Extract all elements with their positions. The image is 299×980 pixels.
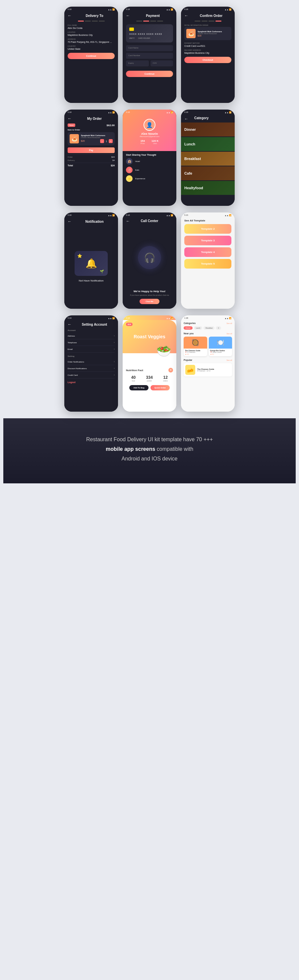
popular-info-1: The Cheeses Guide 87 Restraint · ★ 4.3	[197, 368, 230, 372]
cat-item-dinner[interactable]: Dinner	[181, 123, 235, 137]
pay-button[interactable]: Pay	[68, 147, 115, 153]
account-section-title: Account	[68, 329, 115, 331]
bottom-text: Restaurant Food Delivery UI kit template…	[83, 435, 216, 463]
nutrition-stats: 40 kcal 334 protein 12 orders	[126, 375, 173, 382]
tab-lunch[interactable]: Lunch	[194, 326, 202, 330]
back-arrow-2[interactable]: ←	[126, 13, 130, 18]
nearby-rating-1: ★ 4.1	[185, 353, 206, 355]
stat-likes-label: Likes	[152, 142, 158, 145]
template-2-button[interactable]: Template 2	[184, 224, 231, 234]
cat-item-lunch[interactable]: Lunch	[181, 137, 235, 151]
tab-breakfast[interactable]: Breakfast	[204, 326, 215, 330]
back-arrow-1[interactable]: ←	[68, 13, 71, 18]
add-to-bag-button[interactable]: Add To Bag	[129, 385, 149, 390]
nearby-card-2[interactable]: 🍽️ Garage Bar Seafoo 📍Urban London ★ 4.1	[209, 337, 233, 356]
payment-continue-button[interactable]: Continue	[126, 71, 173, 77]
nutrition-card-inner: Nutrition Fact ✕ 40 kcal 334 pr	[126, 368, 173, 390]
phone-row-1: 5:18 ▲▲ 📶 ← Delivery To FULL NAME	[3, 6, 296, 103]
settings-address[interactable]: Address ›	[68, 332, 115, 339]
back-arrow-10[interactable]: ←	[68, 322, 71, 327]
cat-item-cafe[interactable]: Cafe	[181, 166, 235, 180]
browse-title: Categories	[184, 322, 196, 325]
expiry-input[interactable]: Expiry	[126, 60, 149, 67]
signals-12: ▲▲ 📶	[225, 317, 231, 319]
checkout-button[interactable]: Checkout	[184, 57, 231, 63]
card-name-input[interactable]: Card Name	[126, 45, 173, 51]
phone-settings: 5:19 ▲▲ 📶 ← Setting Account Account Addr…	[64, 315, 118, 412]
share-experience-text: Experience	[135, 178, 145, 180]
near-you-title: Near you	[184, 332, 194, 335]
card-num-input[interactable]: Card Number	[126, 53, 173, 59]
near-see-all[interactable]: See all	[226, 332, 232, 335]
categories-see-all[interactable]: See all	[226, 322, 232, 325]
kcal-num: 40	[131, 375, 136, 380]
templates-title: See All Template	[184, 219, 231, 222]
delivery-address-label: DELIVERY ADDRESS	[184, 49, 231, 51]
popular-img-1: 🧀	[185, 365, 195, 375]
time-3: 5:18	[184, 8, 188, 10]
order-summary-delivery: Delivery $4	[68, 159, 115, 161]
hotel-icon[interactable]: 🏨	[126, 158, 133, 165]
settings-order-notif[interactable]: Order Notifications ›	[68, 358, 115, 365]
settings-telephone[interactable]: Telephone ›	[68, 339, 115, 346]
notif-illustration: 🔔 ⭐ 🌱 Not Have Notification	[68, 226, 115, 307]
call-subtext: If you have questions about the product …	[130, 294, 169, 296]
popular-meta-1: 87 Restraint · ★ 4.3	[197, 370, 230, 372]
back-arrow-4[interactable]: ←	[68, 116, 71, 121]
nearby-card-1[interactable]: 🥘 The Cheeses Guide 📍47 Restraint ★ 4.1	[184, 337, 207, 356]
category-content: ← Category Dinner Lunch Breakfast	[181, 114, 235, 206]
profile-email: Alexnourin2@gmail.com	[126, 135, 173, 137]
popular-item-1[interactable]: 🧀 The Cheeses Guide 87 Restraint · ★ 4.3	[184, 363, 232, 377]
popular-see-all[interactable]: See all	[226, 359, 232, 361]
settings-email[interactable]: Email ›	[68, 346, 115, 353]
delivery-content: ← Delivery To FULL NAME Alex Da Costa LO…	[64, 11, 118, 103]
status-bar-7: 5:18 ▲▲ 📶	[64, 212, 118, 217]
cat-item-breakfast[interactable]: Breakfast	[181, 152, 235, 165]
back-arrow-6[interactable]: ←	[184, 116, 188, 121]
tab-dinner[interactable]: Dinner	[184, 326, 193, 330]
eats-icon[interactable]: 🍴	[126, 167, 133, 173]
profile-content: 👤 Alex Nourin Alexnourin2@gmail.com 154 …	[123, 110, 176, 201]
settings-screen: ← Setting Account Account Address › Tele…	[64, 320, 118, 412]
nearby-img-1: 🥘	[184, 337, 207, 348]
templates-content: See All Template Template 2 Template 3 T…	[181, 217, 235, 309]
confirm-food-info: Spaghetti Wok Carbonara Chicken World Re…	[198, 30, 229, 37]
back-arrow-7[interactable]: ←	[68, 219, 71, 224]
continue-button[interactable]: Continue	[68, 53, 115, 59]
category-screen: ← Category Dinner Lunch Breakfast	[181, 114, 235, 206]
card-number: XXXX XXXX XXXX XXXX	[129, 33, 170, 35]
payment-title: Payment	[133, 14, 173, 18]
cat-item-healthy[interactable]: Healtyfood	[181, 181, 235, 195]
template-4-button[interactable]: Template 4	[184, 247, 231, 257]
phone-delivery: 5:18 ▲▲ 📶 ← Delivery To FULL NAME	[64, 6, 118, 103]
cat-cafe-label: Cafe	[181, 171, 192, 175]
confirm-food-img: 🍝	[186, 29, 196, 38]
settings-discount-notif[interactable]: Discount Notifications ›	[68, 365, 115, 372]
qty-minus[interactable]: -	[100, 139, 104, 143]
cvv-input[interactable]: CVV	[150, 60, 173, 67]
logout-button[interactable]: Logout	[68, 381, 115, 383]
qty-plus[interactable]: +	[109, 139, 113, 143]
template-5-button[interactable]: Template 5	[184, 259, 231, 269]
callcenter-screen: ← Call Center 🎧 We're Happy to Help You!…	[123, 217, 176, 309]
settings-header: ← Setting Account	[68, 322, 115, 327]
chat-button[interactable]: Chat Me	[139, 299, 159, 304]
order-notif-label: Order Notifications	[68, 361, 84, 363]
phone-payment: 5:18 ▲▲ 📶 ← Payment	[123, 6, 176, 103]
account-section: Account Address › Telephone › Email ›	[68, 329, 115, 353]
status-bar-11: 5:18 ▲▲ 📶	[123, 315, 176, 320]
delivery-address-value: Mapletree Business City	[184, 52, 231, 54]
share-title: Start Sharing Your Thought	[126, 154, 173, 156]
nutrition-close-button[interactable]: ✕	[168, 368, 173, 372]
items-section-title: Item to Order	[68, 129, 115, 131]
order-label: Order	[68, 156, 73, 158]
settings-credit-card[interactable]: Credit Card ›	[68, 372, 115, 379]
experience-icon[interactable]: ⭐	[126, 175, 133, 182]
back-arrow-3[interactable]: ←	[184, 13, 188, 18]
back-arrow-8[interactable]: ←	[126, 219, 130, 223]
template-3-button[interactable]: Template 3	[184, 236, 231, 245]
tab-c[interactable]: C	[216, 326, 221, 330]
nearby-grid: 🥘 The Cheeses Guide 📍47 Restraint ★ 4.1 …	[184, 337, 232, 356]
nearby-info-2: Garage Bar Seafoo 📍Urban London ★ 4.1	[209, 348, 233, 356]
quick-order-button[interactable]: Quick Order	[150, 385, 170, 390]
